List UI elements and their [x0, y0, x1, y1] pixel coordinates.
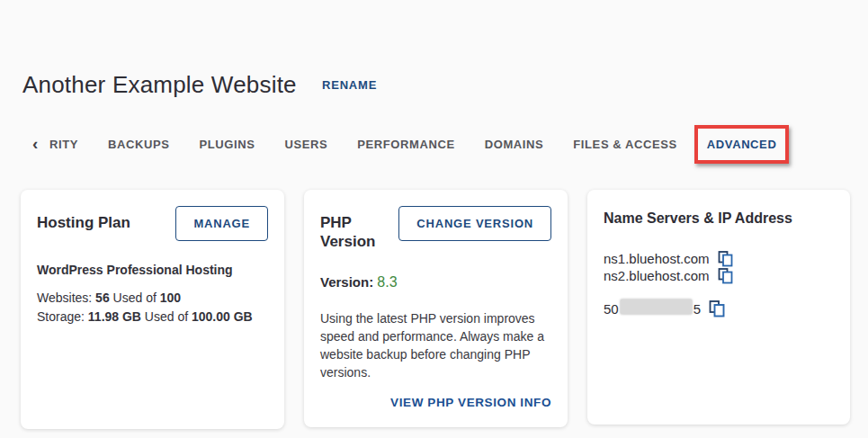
- view-php-version-info-link[interactable]: VIEW PHP VERSION INFO: [390, 396, 551, 411]
- ns2-value: ns2.bluehost.com: [604, 267, 710, 284]
- plan-name: WordPress Professional Hosting: [37, 263, 268, 277]
- rename-button[interactable]: RENAME: [322, 78, 377, 92]
- hosting-plan-card: Hosting Plan MANAGE WordPress Profession…: [21, 190, 284, 429]
- ns1-row: ns1.bluehost.com: [604, 250, 834, 267]
- storage-used: 11.98 GB: [88, 309, 141, 324]
- tab-files-access[interactable]: FILES & ACCESS: [573, 138, 677, 152]
- page-title: Another Example Website: [22, 71, 297, 99]
- storage-total: 100.00 GB: [192, 309, 253, 324]
- copy-icon[interactable]: [718, 251, 733, 267]
- tab-performance[interactable]: PERFORMANCE: [357, 138, 454, 152]
- websites-used: 56: [95, 291, 110, 305]
- ip-redaction-blur: [621, 299, 692, 314]
- php-version-title: PHP Version: [320, 206, 389, 251]
- version-value: 8.3: [377, 274, 397, 290]
- ns1-value: ns1.bluehost.com: [604, 250, 710, 267]
- tab-bar: RITY BACKUPS PLUGINS USERS PERFORMANCE D…: [49, 138, 776, 152]
- websites-label: Websites:: [37, 291, 95, 305]
- chevron-left-icon[interactable]: ‹: [32, 135, 38, 153]
- ip-address-value: 505: [604, 299, 701, 317]
- hosting-plan-title: Hosting Plan: [37, 206, 130, 232]
- change-version-button[interactable]: CHANGE VERSION: [398, 206, 551, 241]
- tab-users[interactable]: USERS: [284, 138, 327, 152]
- php-version-line: Version: 8.3: [320, 274, 551, 291]
- tab-advanced[interactable]: ADVANCED: [707, 138, 777, 152]
- storage-usage: Storage: 11.98 GB Used of 100.00 GB: [37, 308, 268, 326]
- name-servers-title: Name Servers & IP Address: [604, 206, 834, 228]
- manage-button[interactable]: MANAGE: [175, 206, 268, 241]
- websites-sep: Used of: [110, 291, 160, 305]
- tab-advanced-label: ADVANCED: [707, 138, 777, 151]
- copy-icon[interactable]: [718, 268, 733, 284]
- tab-plugins[interactable]: PLUGINS: [200, 138, 255, 152]
- storage-sep: Used of: [141, 309, 192, 324]
- php-version-card: PHP Version CHANGE VERSION Version: 8.3 …: [304, 190, 568, 427]
- tab-domains[interactable]: DOMAINS: [485, 138, 544, 152]
- websites-total: 100: [160, 291, 181, 305]
- ip-prefix: 50: [604, 301, 619, 317]
- php-description: Using the latest PHP version improves sp…: [320, 309, 551, 381]
- ip-address-row: 505: [604, 299, 834, 317]
- ip-suffix: 5: [694, 301, 701, 317]
- cards-row: Hosting Plan MANAGE WordPress Profession…: [21, 190, 850, 429]
- copy-icon[interactable]: [709, 300, 725, 317]
- websites-usage: Websites: 56 Used of 100: [37, 289, 268, 308]
- ns2-row: ns2.bluehost.com: [604, 267, 834, 284]
- storage-label: Storage:: [37, 309, 88, 324]
- version-label: Version:: [320, 274, 377, 290]
- tab-security-partial[interactable]: RITY: [49, 138, 78, 152]
- tab-backups[interactable]: BACKUPS: [108, 138, 169, 152]
- name-servers-card: Name Servers & IP Address ns1.bluehost.c…: [587, 190, 850, 425]
